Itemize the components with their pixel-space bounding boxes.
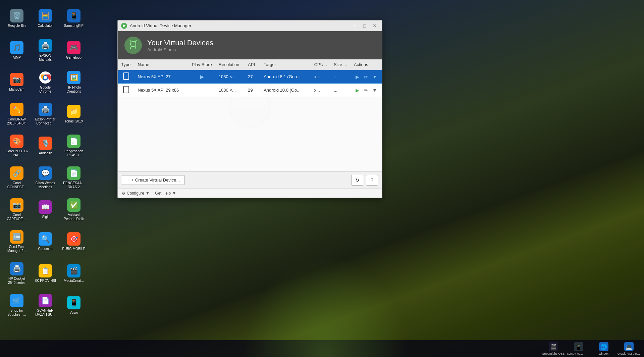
table-row[interactable]: Nexus 5X API 27 ▶ 1080 ×... 27 Android 8… <box>118 70 382 84</box>
col-header-name[interactable]: Name <box>134 59 188 70</box>
winbox-label: winbox <box>599 352 608 355</box>
desktop-icon-cisco-webex[interactable]: 💬 Cisco Webex Meetings <box>32 163 59 193</box>
streamlabs-icon: 🎬 <box>549 342 558 351</box>
row2-name: Nexus 5X API 29 x86 <box>134 84 188 97</box>
avd-status-bar: ⚙ Configure ▼ Get Help ▼ <box>118 188 382 198</box>
taskbar-item-oracle-vm[interactable]: 💻 Oracle VM VirtualBox <box>617 341 641 356</box>
streamlabs-label: Streamlabs OBS <box>542 352 565 355</box>
epson-printer-icon: 🖨️ <box>39 103 52 116</box>
row2-cpu: x... <box>311 84 330 97</box>
oracle-vm-label: Oracle VM VirtualBox <box>618 352 640 355</box>
desktop-icon-sk-provinsi[interactable]: 📋 SK PROVINSI <box>32 258 59 289</box>
aimp-label: AIMP <box>13 56 21 60</box>
close-button[interactable]: ✕ <box>371 22 379 30</box>
maximize-button[interactable]: □ <box>361 22 369 30</box>
desktop-icon-corel-font[interactable]: 🔤 Corel Font Manager 2... <box>3 226 30 257</box>
desktop-icon-pengesahan-rkas1[interactable]: 📄 Pengesahan RKAS 1. <box>60 131 87 161</box>
desktop-icon-pubg[interactable]: 🎯 PUBG MOBILE <box>60 226 87 257</box>
help-button[interactable]: ? <box>366 175 378 186</box>
row1-actions: ▶ ✏ ▼ <box>351 70 382 84</box>
sigil-icon: 📖 <box>39 200 52 214</box>
validasi-label: Validasi Peserta Didik <box>62 213 86 221</box>
cisco-webex-icon: 💬 <box>39 166 52 180</box>
desktop-icon-vysor[interactable]: 📱 Vysor <box>60 290 87 320</box>
row1-more-button[interactable]: ▼ <box>371 73 379 80</box>
desktop-icon-carisman[interactable]: 🔍 Carisman <box>32 226 59 257</box>
scanner-ijazah-icon: 📄 <box>39 294 52 307</box>
sigil-label: Sigil <box>42 215 49 219</box>
desktop-icon-mediacreator[interactable]: 🎬 MediaCreat... <box>60 258 87 289</box>
desktop-icon-shop-supplies[interactable]: 🛒 Shop for Supplies - ... <box>3 290 30 320</box>
desktop-icon-audacity[interactable]: 🎙️ Audacity <box>32 131 59 161</box>
desktop-icon-pengesahan-rkas2[interactable]: 📄 PENGESAA... RKAS 2 <box>60 163 87 193</box>
aimp-icon: 🎵 <box>10 41 23 54</box>
row1-name: Nexus 5X API 27 <box>134 70 188 84</box>
create-btn-label: + Create Virtual Device... <box>131 177 180 183</box>
epson-icon: 🖨️ <box>39 39 52 52</box>
hp-deskjet-icon: 🖨️ <box>10 262 23 275</box>
desktop-icon-recycle-bin[interactable]: 🗑️ Recycle Bin <box>3 3 30 34</box>
hp-deskjet-label: HP Deskjet 2540 series <box>5 277 29 285</box>
desktop-icon-epson[interactable]: 🖨️ EPSON Manuals <box>32 35 59 65</box>
desktop-icon-google-chrome[interactable]: Google Chrome <box>32 67 59 97</box>
get-help-link[interactable]: Get Help ▼ <box>155 191 176 196</box>
col-header-cpu: CPU... <box>311 59 330 70</box>
desktop-icon-calculator[interactable]: 🧮 Calculator <box>32 3 59 34</box>
desktop-icon-corel-photo[interactable]: 🎨 Corel PHOTO-PAI... <box>3 131 30 161</box>
shop-supplies-icon: 🛒 <box>10 294 23 307</box>
epson-label: EPSON Manuals <box>34 54 57 62</box>
row2-resolution: 1080 ×... <box>215 84 245 97</box>
col-header-playstore: Play Store <box>189 59 215 70</box>
desktop-icon-gameloop[interactable]: 🎮 Gameloop <box>60 35 87 65</box>
desktop-icon-corel-capture[interactable]: 📸 Corel CAPTURE ... <box>3 195 30 225</box>
create-virtual-device-button[interactable]: + + Create Virtual Device... <box>122 175 185 185</box>
desktop-icon-manycam[interactable]: 📷 ManyCam <box>3 67 30 97</box>
manycam-icon: 📷 <box>10 73 23 86</box>
desktop-icon-corel-connect[interactable]: 🔗 Corel CONNECT... <box>3 163 30 193</box>
desktop-icon-zonasi[interactable]: 📁 zonasi 2019 <box>60 99 87 129</box>
pubg-label: PUBG MOBILE <box>62 247 86 251</box>
row2-more-button[interactable]: ▼ <box>371 87 379 94</box>
row2-target: Android 10.0 (Go... <box>260 84 311 97</box>
taskbar-item-winbox[interactable]: 🌐 winbox <box>592 341 615 356</box>
carisman-label: Carisman <box>38 247 53 251</box>
row1-edit-button[interactable]: ✏ <box>362 73 370 80</box>
row2-edit-button[interactable]: ✏ <box>362 87 370 94</box>
calculator-icon: 🧮 <box>39 9 52 22</box>
desktop-icons-container: 🗑️ Recycle Bin 🧮 Calculator 📱 SamsungKIP… <box>0 0 104 357</box>
desktop-icon-sigil[interactable]: 📖 Sigil <box>32 195 59 225</box>
minimize-button[interactable]: ─ <box>351 22 359 30</box>
desktop-icon-coreldraw[interactable]: ✏️ CorelDRAW 2018 (64-Bit) <box>3 99 30 129</box>
pengesahan-rkas1-icon: 📄 <box>67 135 80 148</box>
configure-link[interactable]: ⚙ Configure ▼ <box>122 191 150 196</box>
refresh-button[interactable]: ↻ <box>351 175 363 186</box>
row2-launch-button[interactable]: ▶ <box>354 87 361 94</box>
scanner-ijazah-label: SCANNER IJAZAH SU... <box>34 309 57 317</box>
avd-window: ▶ Android Virtual Device Manager ─ □ ✕ <box>117 20 382 198</box>
taskbar-item-scrcpy[interactable]: 📱 scrcpy-no... - Shortcut <box>567 341 590 356</box>
avd-header: Your Virtual Devices Android Studio <box>118 31 382 59</box>
gameloop-icon: 🎮 <box>67 41 80 54</box>
pengesahan-rkas1-label: Pengesahan RKAS 1. <box>62 149 86 157</box>
samsung-icon: 📱 <box>67 9 80 22</box>
table-row[interactable]: Nexus 5X API 29 x86 1080 ×... 29 Android… <box>118 84 382 97</box>
sk-provinsi-label: SK PROVINSI <box>35 279 56 283</box>
manycam-label: ManyCam <box>9 88 24 92</box>
col-header-resolution: Resolution <box>215 59 245 70</box>
svg-point-3 <box>44 76 47 79</box>
desktop-icon-samsung[interactable]: 📱 SamsungKIP <box>60 3 87 34</box>
desktop-icon-hp-deskjet[interactable]: 🖨️ HP Deskjet 2540 series <box>3 258 30 289</box>
desktop-icon-scanner-ijazah[interactable]: 📄 SCANNER IJAZAH SU... <box>32 290 59 320</box>
row1-launch-button[interactable]: ▶ <box>354 73 361 80</box>
window-title: Android Virtual Device Manager <box>130 23 348 28</box>
desktop-icon-validasi[interactable]: ✅ Validasi Peserta Didik <box>60 195 87 225</box>
desktop-icon-hp-photo[interactable]: 🖼️ HP Photo Creations <box>60 67 87 97</box>
avd-footer: + + Create Virtual Device... ↻ ? <box>118 171 382 188</box>
row1-type <box>118 70 134 84</box>
title-bar: ▶ Android Virtual Device Manager ─ □ ✕ <box>118 20 382 31</box>
desktop-icon-aimp[interactable]: 🎵 AIMP <box>3 35 30 65</box>
play-store-icon: ▶ <box>200 74 204 80</box>
avd-table-container: diodrom Type Name Play Store Resolution … <box>118 59 382 171</box>
desktop-icon-epson-printer[interactable]: 🖨️ Epson Printer Connectio... <box>32 99 59 129</box>
taskbar-item-streamlabs[interactable]: 🎬 Streamlabs OBS <box>542 341 565 356</box>
